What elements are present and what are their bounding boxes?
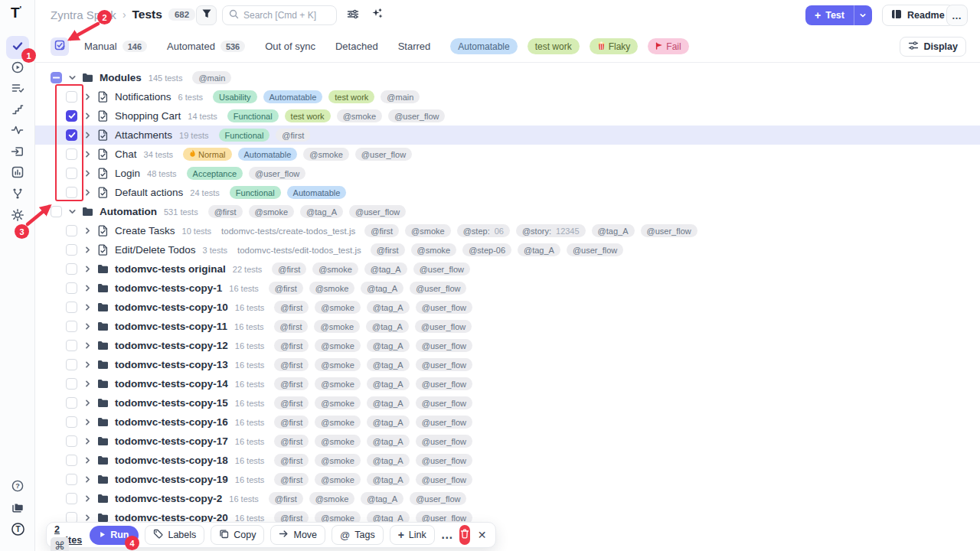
- chevron-right-icon[interactable]: [82, 284, 93, 292]
- tree-row[interactable]: Create Tasks10 teststodomvc-tests/create…: [35, 221, 980, 240]
- filter-pill-automatable[interactable]: Automatable: [450, 38, 517, 54]
- chevron-right-icon[interactable]: [82, 380, 93, 388]
- chevron-right-icon[interactable]: [82, 360, 93, 369]
- row-checkbox[interactable]: [66, 455, 77, 466]
- row-checkbox[interactable]: [66, 225, 77, 236]
- chevron-right-icon[interactable]: [82, 399, 93, 407]
- bulk-select-button[interactable]: [51, 37, 69, 56]
- sidebar-item-plans[interactable]: [11, 83, 24, 96]
- tree-row[interactable]: todomvc-tests-copy-116 tests@first@smoke…: [35, 279, 980, 298]
- chevron-right-icon[interactable]: [82, 150, 93, 158]
- tree-row[interactable]: todomvc-tests-copy-1516 tests@first@smok…: [35, 393, 980, 412]
- readme-button[interactable]: Readme: [882, 5, 954, 26]
- filter-tab-manual[interactable]: Manual146: [84, 41, 147, 52]
- row-checkbox[interactable]: [66, 493, 77, 504]
- tags-button[interactable]: @ Tags: [332, 525, 384, 545]
- display-button[interactable]: Display: [900, 37, 966, 57]
- sidebar-item-branches[interactable]: [11, 188, 24, 202]
- sidebar-item-settings[interactable]: [11, 210, 24, 223]
- row-checkbox[interactable]: [66, 340, 77, 351]
- row-checkbox[interactable]: [66, 168, 77, 179]
- chevron-right-icon[interactable]: [82, 418, 93, 426]
- chevron-right-icon[interactable]: [82, 227, 93, 235]
- row-checkbox[interactable]: [66, 244, 77, 256]
- chevron-down-icon[interactable]: [67, 207, 77, 216]
- chevron-down-icon[interactable]: [67, 73, 77, 82]
- row-checkbox[interactable]: [66, 359, 77, 370]
- tree-row[interactable]: Login48 testsAcceptance@user_flow: [35, 164, 980, 183]
- sidebar-item-projects[interactable]: [11, 502, 24, 516]
- tree-row[interactable]: todomvc-tests-copy-1216 tests@first@smok…: [35, 336, 980, 355]
- chevron-right-icon[interactable]: [82, 322, 93, 331]
- chevron-right-icon[interactable]: [82, 456, 93, 465]
- tree-row[interactable]: todomvc-tests-copy-1016 tests@first@smok…: [35, 298, 980, 317]
- tree-row[interactable]: todomvc-tests original22 tests@first@smo…: [35, 259, 980, 279]
- sidebar-item-account[interactable]: T: [11, 523, 24, 537]
- row-checkbox[interactable]: [66, 302, 77, 313]
- tree-row[interactable]: todomvc-tests-copy-216 tests@first@smoke…: [35, 489, 980, 508]
- header-more-button[interactable]: …: [946, 5, 968, 26]
- search-input[interactable]: [243, 10, 330, 21]
- close-bulkbar-button[interactable]: ✕: [476, 525, 488, 545]
- row-checkbox[interactable]: [66, 474, 77, 485]
- tree-row[interactable]: Edit/Delete Todos3 teststodomvc-tests/ed…: [35, 240, 980, 259]
- chevron-right-icon[interactable]: [82, 303, 93, 311]
- filter-pill-flaky[interactable]: Flaky: [590, 38, 639, 54]
- chevron-right-icon[interactable]: [82, 112, 93, 120]
- breadcrumb-project[interactable]: Zyntra Spark: [51, 8, 116, 21]
- move-button[interactable]: Move: [270, 525, 325, 545]
- sidebar-item-runs[interactable]: [11, 62, 24, 76]
- sidebar-item-tests[interactable]: [6, 36, 29, 59]
- chevron-right-icon[interactable]: [82, 169, 93, 178]
- row-checkbox[interactable]: [66, 378, 77, 390]
- chevron-right-icon[interactable]: [82, 265, 93, 273]
- filter-tab-automated[interactable]: Automated536: [167, 41, 245, 52]
- filter-button[interactable]: [196, 5, 217, 25]
- sidebar-item-reports[interactable]: [11, 167, 24, 181]
- delete-button[interactable]: [459, 525, 471, 545]
- tree-row[interactable]: todomvc-tests-copy-1616 tests@first@smok…: [35, 412, 980, 432]
- row-checkbox[interactable]: [66, 148, 77, 160]
- tree-row[interactable]: Modules145 tests@main: [35, 68, 980, 87]
- chevron-right-icon[interactable]: [82, 494, 93, 503]
- row-checkbox[interactable]: [66, 435, 77, 447]
- link-button[interactable]: + Link: [390, 525, 435, 545]
- chevron-right-icon[interactable]: [82, 131, 93, 139]
- tree-row[interactable]: Chat34 testsNormalAutomatable@smoke@user…: [35, 145, 980, 164]
- row-checkbox[interactable]: [66, 91, 77, 103]
- sidebar-item-help[interactable]: ?: [11, 481, 24, 494]
- tree-row[interactable]: Default actions24 testsFunctionalAutomat…: [35, 183, 980, 202]
- filter-pill-fail[interactable]: Fail: [648, 38, 688, 54]
- row-checkbox[interactable]: [66, 129, 77, 141]
- filter-tab-detached[interactable]: Detached: [335, 41, 378, 52]
- sidebar-item-import[interactable]: [11, 146, 24, 160]
- bulkbar-more-button[interactable]: …: [441, 526, 453, 544]
- row-checkbox[interactable]: [51, 72, 62, 83]
- chevron-right-icon[interactable]: [82, 475, 93, 484]
- row-checkbox[interactable]: [66, 282, 77, 294]
- row-checkbox[interactable]: [66, 416, 77, 428]
- filter-tab-out-of-sync[interactable]: Out of sync: [265, 41, 315, 52]
- new-test-button[interactable]: + Test: [805, 5, 854, 25]
- row-checkbox[interactable]: [66, 263, 77, 275]
- labels-button[interactable]: Labels: [145, 525, 204, 545]
- copy-button[interactable]: Copy: [211, 525, 264, 545]
- chevron-right-icon[interactable]: [82, 437, 93, 445]
- filter-pill-test-work[interactable]: test work: [528, 38, 580, 54]
- tree-row[interactable]: todomvc-tests-copy-1416 tests@first@smok…: [35, 374, 980, 393]
- row-checkbox[interactable]: [66, 397, 77, 409]
- ai-assist-button[interactable]: [371, 8, 384, 22]
- chevron-right-icon[interactable]: [82, 514, 93, 522]
- chevron-right-icon[interactable]: [82, 246, 93, 254]
- tree-row[interactable]: todomvc-tests-copy-1316 tests@first@smok…: [35, 355, 980, 374]
- run-button[interactable]: Run: [90, 526, 139, 545]
- tree-row[interactable]: Notifications6 testsUsabilityAutomatable…: [35, 87, 980, 106]
- sidebar-item-steps[interactable]: [11, 104, 24, 118]
- chevron-right-icon[interactable]: [82, 341, 93, 350]
- app-logo[interactable]: T': [11, 5, 21, 21]
- chevron-right-icon[interactable]: [82, 93, 93, 101]
- tree-row[interactable]: todomvc-tests-copy-1916 tests@first@smok…: [35, 470, 980, 489]
- row-checkbox[interactable]: [66, 110, 77, 122]
- row-checkbox[interactable]: [51, 206, 62, 217]
- row-checkbox[interactable]: [66, 321, 77, 332]
